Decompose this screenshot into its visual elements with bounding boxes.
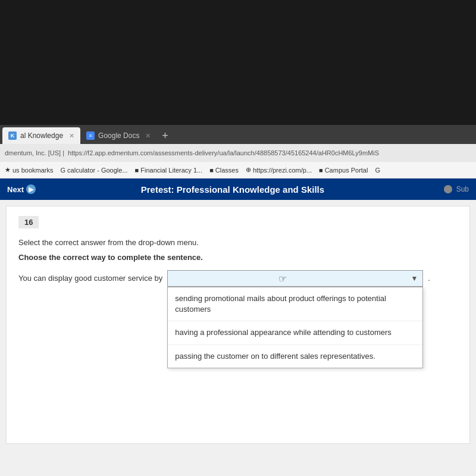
bookmark-calculator-label: G calculator - Google...: [60, 167, 127, 174]
sentence-suffix: .: [428, 270, 430, 287]
cursor-icon: ☞: [278, 273, 287, 284]
browser-window: K al Knowledge ✕ ≡ Google Docs ✕ + dment…: [0, 0, 476, 476]
dropdown-menu: sending promotional mails about product …: [167, 287, 423, 368]
bookmark-financial-label: Financial Literacy 1...: [140, 167, 202, 174]
bookmark-us-bookmarks[interactable]: ★ us bookmarks: [5, 166, 53, 174]
bookmark-prezi[interactable]: ⊕ https://prezi.com/p...: [246, 166, 312, 174]
bookmark-us-bookmarks-label: us bookmarks: [12, 167, 53, 174]
tab-knowledge-icon: K: [8, 131, 17, 140]
submit-icon: [444, 185, 452, 193]
next-label: Next: [7, 185, 24, 194]
tab-knowledge-close[interactable]: ✕: [69, 132, 74, 140]
bookmark-prezi-label: https://prezi.com/p...: [253, 167, 312, 174]
bookmark-classes-icon: ■: [209, 167, 214, 174]
tab-docs-icon: ≡: [86, 131, 95, 140]
instruction2: Choose the correct way to complete the s…: [18, 253, 458, 262]
bookmark-g[interactable]: G: [375, 167, 380, 174]
next-arrow-icon: ▶: [26, 184, 36, 194]
sentence-row: You can display good customer service by…: [18, 270, 458, 287]
tab-docs[interactable]: ≡ Google Docs ✕: [80, 127, 156, 144]
next-button[interactable]: Next ▶: [7, 184, 36, 194]
dropdown-arrow-icon: ▼: [411, 274, 418, 283]
dropdown-option-2[interactable]: having a professional appearance while a…: [168, 321, 422, 345]
tab-bar: K al Knowledge ✕ ≡ Google Docs ✕ +: [0, 125, 476, 144]
bookmarks-bar: ★ us bookmarks G calculator - Google... …: [0, 162, 476, 178]
submit-label: Sub: [456, 185, 469, 193]
tab-docs-label: Google Docs: [98, 131, 139, 140]
bookmark-financial-icon: ■: [135, 167, 139, 174]
dropdown-wrapper: ☞ ▼ sending promotional mails about prod…: [167, 270, 423, 287]
bookmark-campus-icon: ■: [319, 167, 323, 174]
tab-docs-close[interactable]: ✕: [145, 132, 151, 140]
bookmark-calculator[interactable]: G calculator - Google...: [60, 167, 127, 174]
dropdown-option-1[interactable]: sending promotional mails about product …: [168, 287, 422, 321]
sentence-prefix: You can display good customer service by: [18, 270, 162, 287]
tab-knowledge-label: al Knowledge: [20, 131, 63, 140]
question-container: 16 Select the correct answer from the dr…: [6, 206, 470, 444]
page-title: Pretest: Professional Knowledge and Skil…: [45, 184, 419, 195]
address-url[interactable]: https://f2.app.edmentum.com/assessments-…: [68, 149, 379, 156]
question-number: 16: [18, 216, 39, 228]
bookmark-g-label: G: [375, 167, 380, 174]
nav-bar: Next ▶ Pretest: Professional Knowledge a…: [0, 178, 476, 200]
address-bar: dmentum, Inc. [US] | https://f2.app.edme…: [0, 144, 476, 162]
address-prefix: dmentum, Inc. [US] |: [5, 149, 64, 156]
bookmark-campus[interactable]: ■ Campus Portal: [319, 167, 368, 174]
instruction1: Select the correct answer from the drop-…: [18, 238, 458, 247]
content-area: 16 Select the correct answer from the dr…: [0, 200, 476, 476]
bookmark-financial[interactable]: ■ Financial Literacy 1...: [135, 167, 203, 174]
submit-area: Sub: [444, 185, 469, 193]
bookmark-star-icon: ★: [5, 166, 11, 174]
dropdown-option-3[interactable]: passing the customer on to different sal…: [168, 345, 422, 368]
bookmark-campus-label: Campus Portal: [325, 167, 368, 174]
top-black-area: [0, 0, 476, 125]
new-tab-button[interactable]: +: [156, 127, 173, 144]
bookmark-prezi-icon: ⊕: [246, 166, 251, 174]
bookmark-classes[interactable]: ■ Classes: [209, 167, 239, 174]
tab-knowledge[interactable]: K al Knowledge ✕: [2, 127, 80, 144]
dropdown-trigger[interactable]: ☞ ▼: [167, 270, 423, 287]
bookmark-classes-label: Classes: [215, 167, 239, 174]
